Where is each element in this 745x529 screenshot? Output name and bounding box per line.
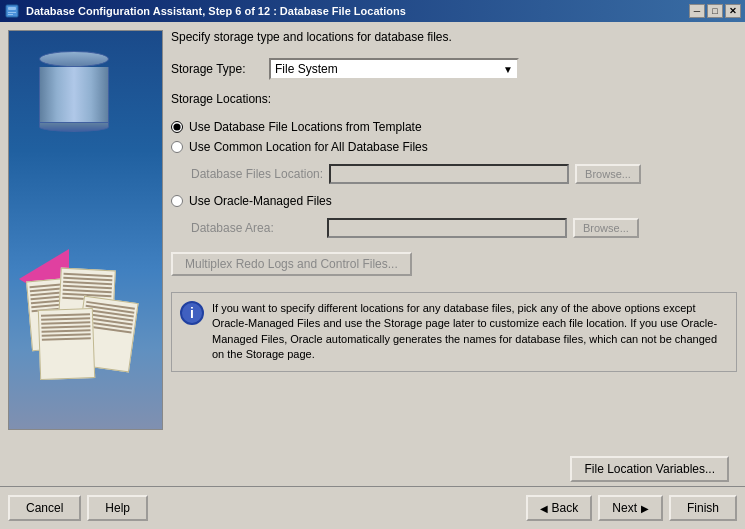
db-files-browse-button: Browse... xyxy=(575,164,641,184)
app-icon xyxy=(4,3,20,19)
radio-row-common: Use Common Location for All Database Fil… xyxy=(171,140,737,154)
back-arrow-icon: ◀ xyxy=(540,503,548,514)
doc-page-4 xyxy=(38,308,95,380)
storage-type-row: Storage Type: File System ▼ xyxy=(171,58,737,80)
radio-label-template: Use Database File Locations from Templat… xyxy=(189,120,422,134)
close-button[interactable]: ✕ xyxy=(725,4,741,18)
file-location-row: File Location Variables... xyxy=(0,456,745,486)
file-location-variables-button[interactable]: File Location Variables... xyxy=(570,456,729,482)
section-title: Specify storage type and locations for d… xyxy=(171,30,737,44)
db-area-row: Database Area: Browse... xyxy=(191,218,737,238)
svg-rect-0 xyxy=(6,5,18,17)
cancel-button[interactable]: Cancel xyxy=(8,495,81,521)
svg-rect-1 xyxy=(8,7,16,10)
bottom-bar: Cancel Help ◀ Back Next ▶ Finish xyxy=(0,486,745,529)
db-area-input[interactable] xyxy=(327,218,567,238)
db-files-location-label: Database Files Location: xyxy=(191,167,323,181)
main-window: Specify storage type and locations for d… xyxy=(0,22,745,529)
svg-rect-3 xyxy=(8,14,13,15)
db-area-label: Database Area: xyxy=(191,221,321,235)
radio-row-oracle: Use Oracle-Managed Files xyxy=(171,194,737,208)
radio-label-oracle: Use Oracle-Managed Files xyxy=(189,194,332,208)
title-bar-buttons: ─ □ ✕ xyxy=(689,4,741,18)
svg-rect-2 xyxy=(8,12,16,13)
storage-type-value: File System xyxy=(275,62,338,76)
minimize-button[interactable]: ─ xyxy=(689,4,705,18)
db-files-location-input[interactable] xyxy=(329,164,569,184)
radio-template[interactable] xyxy=(171,121,183,133)
finish-button[interactable]: Finish xyxy=(669,495,737,521)
title-bar: Database Configuration Assistant, Step 6… xyxy=(0,0,745,22)
cylinder-icon xyxy=(39,51,109,132)
next-button[interactable]: Next ▶ xyxy=(598,495,663,521)
storage-radio-group: Use Database File Locations from Templat… xyxy=(171,120,737,238)
back-label: Back xyxy=(552,501,579,515)
back-button[interactable]: ◀ Back xyxy=(526,495,593,521)
maximize-button[interactable]: □ xyxy=(707,4,723,18)
right-content: Specify storage type and locations for d… xyxy=(171,30,737,448)
db-files-location-row: Database Files Location: Browse... xyxy=(191,164,737,184)
bottom-left-buttons: Cancel Help xyxy=(8,495,148,521)
next-arrow-icon: ▶ xyxy=(641,503,649,514)
radio-label-common: Use Common Location for All Database Fil… xyxy=(189,140,428,154)
next-label: Next xyxy=(612,501,637,515)
storage-type-dropdown[interactable]: File System ▼ xyxy=(269,58,519,80)
multiplex-button: Multiplex Redo Logs and Control Files... xyxy=(171,252,412,276)
db-graphic xyxy=(9,31,162,429)
bottom-right-buttons: ◀ Back Next ▶ Finish xyxy=(526,495,737,521)
illustration-panel xyxy=(8,30,163,430)
info-icon: i xyxy=(180,301,204,325)
info-box: i If you want to specify different locat… xyxy=(171,292,737,372)
help-button[interactable]: Help xyxy=(87,495,148,521)
db-area-browse-button: Browse... xyxy=(573,218,639,238)
dropdown-arrow-icon: ▼ xyxy=(503,64,513,75)
window-title: Database Configuration Assistant, Step 6… xyxy=(26,5,406,17)
storage-type-label: Storage Type: xyxy=(171,62,261,76)
radio-common[interactable] xyxy=(171,141,183,153)
storage-locations-label: Storage Locations: xyxy=(171,92,737,106)
info-text: If you want to specify different locatio… xyxy=(212,301,728,363)
radio-oracle[interactable] xyxy=(171,195,183,207)
radio-row-template: Use Database File Locations from Templat… xyxy=(171,120,737,134)
